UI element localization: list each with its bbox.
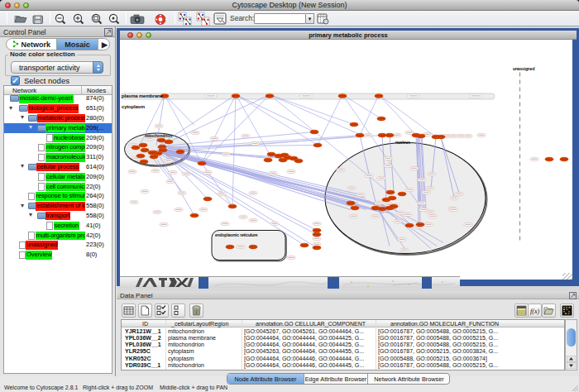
svg-text:f(x): f(x) bbox=[530, 308, 539, 315]
svg-text:mitochondrion: mitochondrion bbox=[145, 132, 172, 137]
svg-text:unassigned: unassigned bbox=[513, 65, 534, 70]
svg-text:nucleus: nucleus bbox=[395, 139, 410, 144]
svg-text:endoplasmic reticulum: endoplasmic reticulum bbox=[215, 232, 258, 237]
svg-text:cytoplasm: cytoplasm bbox=[122, 104, 145, 109]
svg-text:plasma membrane: plasma membrane bbox=[122, 93, 164, 98]
